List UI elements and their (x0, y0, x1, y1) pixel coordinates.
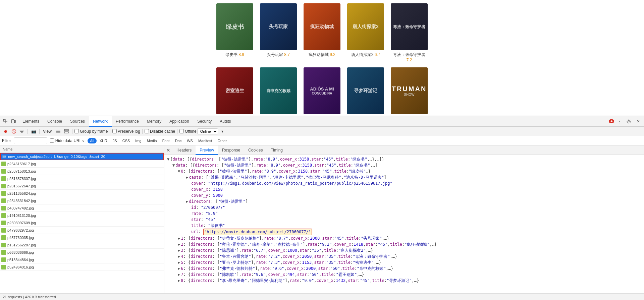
tab-application[interactable]: Application (165, 116, 193, 127)
group-by-frame-checkbox[interactable] (74, 129, 79, 133)
item0-expand-icon[interactable]: ▼ (178, 168, 180, 174)
movie-item-8[interactable]: 寻梦环游记 寻梦环游记 9.0 (347, 67, 384, 117)
movie-item-0[interactable]: 绿皮书 绿皮书 8.9 (216, 3, 253, 62)
tab-audits[interactable]: Audits (216, 116, 235, 127)
request-row-img-13[interactable]: p513344864.jpg (0, 256, 164, 263)
filter-doc-btn[interactable]: Doc (173, 138, 184, 143)
tab-preview[interactable]: Preview (196, 145, 218, 155)
movie-item-9[interactable]: TRUMAN SHOW 楚门的世界 9.2 (391, 67, 428, 117)
list-view-btn[interactable] (55, 128, 62, 135)
tab-cookies[interactable]: Cookies (244, 145, 267, 155)
offline-checkbox[interactable] (179, 129, 184, 133)
request-row-img-6[interactable]: p480747492.jpg (0, 204, 164, 212)
filter-xhr-btn[interactable]: XHR (97, 138, 110, 143)
throttle-select[interactable]: Online (197, 128, 218, 134)
filter-input[interactable] (14, 137, 47, 144)
preserve-log-checkbox[interactable] (112, 129, 117, 133)
tab-headers[interactable]: Headers (172, 145, 196, 155)
movie-poster-4: 毒液：致命守护者 (391, 3, 428, 50)
item4-expand-icon[interactable]: ▶ (178, 253, 180, 259)
tab-sources[interactable]: Sources (66, 116, 89, 127)
filter-media-btn[interactable]: Media (145, 138, 159, 143)
item2-expand-icon[interactable]: ▶ (178, 241, 180, 247)
tab-security[interactable]: Security (193, 116, 216, 127)
data-expand-icon[interactable]: ▼ (172, 162, 175, 168)
movie-item-6[interactable]: 肖申克的救赎 肖申克的救赎 9.6 (260, 67, 297, 117)
preserve-log-label[interactable]: Preserve log (112, 129, 140, 134)
request-row-img-9[interactable]: p479682972.jpg (0, 227, 164, 234)
request-row-img-5[interactable]: p2543631842.jpg (0, 197, 164, 204)
offline-label[interactable]: Offline (179, 129, 196, 134)
request-list-body[interactable]: XHR new_search_subjects?sort=U&range=0,1… (0, 153, 164, 293)
item8-expand-icon[interactable]: ▶ (178, 278, 180, 284)
name-header: Name (0, 145, 164, 153)
request-name-img-10: p457760035.jpg (7, 236, 34, 240)
item5-expand-icon[interactable]: ▶ (178, 259, 180, 265)
movie-title-1: 头号玩家 8.7 (267, 52, 290, 58)
more-tools-btn[interactable]: ⋮ (615, 117, 624, 125)
filter-all-btn[interactable]: All (88, 138, 96, 143)
movie-item-1[interactable]: 头号玩家 头号玩家 8.7 (260, 3, 297, 62)
item3-expand-icon[interactable]: ▶ (178, 247, 180, 253)
tab-console[interactable]: Console (43, 116, 66, 127)
group-by-frame-label[interactable]: Group by frame (74, 129, 108, 134)
filter-img-btn[interactable]: Img (133, 138, 144, 143)
tab-performance[interactable]: Performance (112, 116, 143, 127)
directors-expand-icon[interactable]: ▶ (186, 198, 188, 204)
casts-expand-icon[interactable]: ▶ (186, 174, 188, 180)
disable-cache-label[interactable]: Disable cache (145, 129, 175, 134)
request-row-img-11[interactable]: p1512562287.jpg (0, 241, 164, 249)
request-row-img-7[interactable]: p1910813120.jpg (0, 212, 164, 219)
record-btn[interactable]: ⏺ (2, 128, 9, 135)
filter-ws-btn[interactable]: WS (184, 138, 195, 143)
separator-4 (110, 129, 110, 134)
filter-js-btn[interactable]: JS (110, 138, 119, 143)
root-expand-icon[interactable]: ▼ (167, 156, 169, 162)
movie-item-7[interactable]: ADIÓS A MI CONCUBINA 霸王别姬 9.6 (304, 67, 340, 117)
request-row-img-2[interactable]: p2516578307.jpg (0, 175, 164, 182)
request-row-img-12[interactable]: p663036666.jpg (0, 249, 164, 256)
tab-memory[interactable]: Memory (143, 116, 165, 127)
hide-data-urls-checkbox[interactable] (50, 138, 54, 143)
filter-other-btn[interactable]: Other (215, 138, 229, 143)
filter-btn[interactable] (18, 128, 25, 135)
close-devtools-btn[interactable]: ✕ (634, 117, 642, 125)
filter-manifest-btn[interactable]: Manifest (196, 138, 215, 143)
movie-item-2[interactable]: 疯狂动物城 疯狂动物城 9.2 (304, 3, 340, 62)
request-row-img-4[interactable]: p2511355624.jpg (0, 190, 164, 197)
hide-data-urls-label[interactable]: Hide data URLs (50, 138, 84, 143)
movie-item-5[interactable]: 密室逃生 密室逃生 7.3 (216, 67, 253, 117)
request-row-img-3[interactable]: p2315672647.jpg (0, 182, 164, 190)
request-row-xhr[interactable]: XHR new_search_subjects?sort=U&range=0,1… (0, 153, 164, 160)
item1-expand-icon[interactable]: ▶ (178, 235, 180, 241)
request-row-img-10[interactable]: p457760035.jpg (0, 234, 164, 241)
clear-btn[interactable]: 🚫 (10, 128, 17, 135)
capture-screenshots-btn[interactable]: 📷 (30, 128, 37, 135)
filter-css-btn[interactable]: CSS (120, 138, 132, 143)
item7-expand-icon[interactable]: ▶ (178, 272, 180, 278)
inspect-element-btn[interactable] (2, 118, 9, 125)
request-row-img-8[interactable]: p2503997609.jpg (0, 219, 164, 227)
device-toggle-btn[interactable] (10, 118, 17, 125)
tab-network[interactable]: Network (89, 116, 112, 127)
devtools-tab-bar: Elements Console Sources Network Perform… (0, 116, 644, 127)
svg-rect-9 (64, 129, 68, 131)
close-request-btn[interactable]: ✕ (164, 145, 172, 155)
filter-font-btn[interactable]: Font (160, 138, 172, 143)
large-rows-btn[interactable] (63, 128, 70, 135)
tab-response[interactable]: Response (218, 145, 244, 155)
tab-elements[interactable]: Elements (18, 116, 43, 127)
movie-item-4[interactable]: 毒液：致命守护者 毒液：致命守护者 7.2 (391, 3, 428, 62)
request-name-img-3: p2315672647.jpg (7, 184, 36, 188)
tab-timing[interactable]: Timing (267, 145, 287, 155)
request-row-img-14[interactable]: p524964016.jpg (0, 263, 164, 271)
request-row-img-0[interactable]: p2546159617.jpg (0, 160, 164, 168)
disable-cache-checkbox[interactable] (145, 129, 149, 133)
response-body[interactable]: ▼ {data: [{directors: ["彼得·法雷里"], rate: … (164, 155, 644, 293)
movie-item-3[interactable]: 唐人街探案2 唐人街探案2 6.7 (347, 3, 384, 62)
settings-btn[interactable] (625, 117, 633, 125)
request-name-img-0: p2546159617.jpg (7, 162, 36, 166)
throttle-dropdown-btn[interactable]: ▾ (219, 128, 226, 135)
request-row-img-1[interactable]: p2537158013.jpg (0, 168, 164, 175)
item6-expand-icon[interactable]: ▶ (178, 265, 180, 272)
